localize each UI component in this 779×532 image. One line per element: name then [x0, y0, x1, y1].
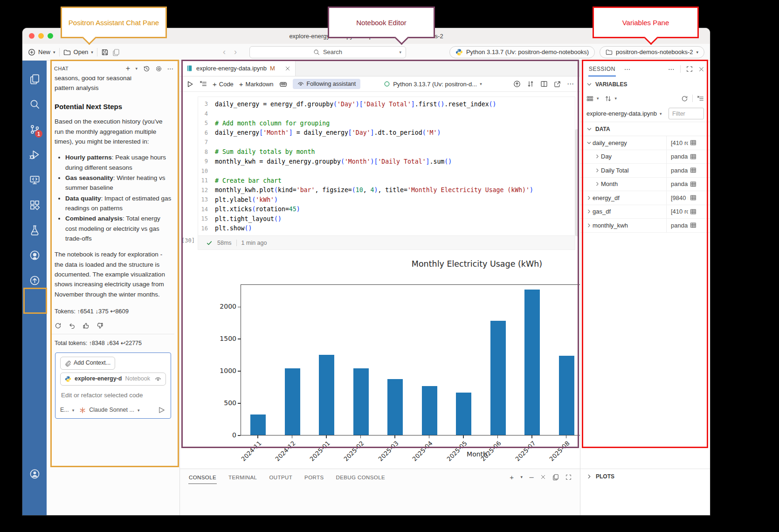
code-line[interactable]: 8# Sum daily totals by month — [198, 147, 575, 157]
split-editor-icon[interactable] — [540, 80, 548, 88]
activity-settings-gear-icon[interactable] — [22, 486, 47, 511]
new-chat-button[interactable]: + — [126, 64, 131, 73]
open-button[interactable]: Open ▾ — [63, 48, 93, 56]
chevron-right-icon[interactable] — [593, 181, 601, 187]
chevron-down-icon[interactable]: ▾ — [135, 66, 138, 71]
open-external-icon[interactable] — [554, 81, 561, 88]
code-line[interactable]: 5# Add month column for grouping — [198, 118, 575, 128]
tab-explore-energy-data[interactable]: explore-energy-data.ipynb M — [180, 61, 296, 76]
open-data-viewer-icon[interactable] — [690, 181, 707, 187]
chevron-right-icon[interactable] — [593, 168, 601, 173]
activity-assistant-icon[interactable] — [22, 293, 47, 318]
code-line[interactable]: 15plt.tight_layout() — [198, 214, 575, 224]
open-data-viewer-icon[interactable] — [690, 167, 707, 173]
code-cell[interactable]: 3daily_energy = energy_df.groupby('Day')… — [198, 97, 575, 236]
chat-settings-gear-icon[interactable] — [155, 65, 162, 72]
clear-variables-icon[interactable] — [697, 95, 704, 102]
zoom-window-button[interactable] — [48, 33, 53, 39]
close-tab-icon[interactable] — [285, 66, 290, 71]
chat-more-icon[interactable]: ⋯ — [167, 65, 174, 72]
panel-tab-debug-console[interactable]: DEBUG CONSOLE — [336, 470, 386, 484]
variable-row-daily_energy[interactable]: daily_energy[410 ro... — [580, 136, 710, 150]
activity-github-icon[interactable] — [22, 242, 47, 268]
maximize-panel-icon[interactable] — [565, 474, 572, 480]
model-selector[interactable]: Claude Sonnet ... — [89, 406, 134, 415]
notebook-scrollbar[interactable] — [575, 129, 579, 236]
code-line[interactable]: 9monthly_kwh = daily_energy.groupby('Mon… — [198, 157, 575, 166]
restore-panel-icon[interactable] — [552, 474, 559, 480]
code-line[interactable]: 6daily_energy['Month'] = daily_energy['D… — [198, 128, 575, 138]
session-more-icon[interactable]: ⋯ — [624, 65, 631, 73]
forward-icon[interactable]: › — [234, 47, 237, 57]
filter-input[interactable] — [669, 108, 704, 119]
assistant-icon[interactable] — [279, 80, 287, 88]
more-actions-icon[interactable]: ⋯ — [567, 80, 574, 88]
panel-tab-output[interactable]: OUTPUT — [269, 470, 293, 484]
chevron-down-icon[interactable]: ▾ — [520, 475, 523, 479]
close-pane-icon[interactable] — [698, 66, 704, 72]
back-icon[interactable]: ‹ — [223, 47, 226, 57]
interpreter-selector[interactable]: Python 3.13.7 (Uv: positron-demo-noteboo… — [449, 46, 595, 58]
run-all-button[interactable] — [186, 80, 194, 88]
code-line[interactable]: 4 — [198, 109, 575, 119]
following-assistant-toggle[interactable]: Following assistant — [293, 79, 361, 89]
send-icon[interactable] — [157, 406, 166, 415]
add-markdown-button[interactable]: + Markdown — [239, 80, 274, 88]
activity-account-icon[interactable] — [22, 461, 47, 486]
save-all-button[interactable] — [112, 48, 120, 56]
code-line[interactable]: 10 — [198, 166, 575, 176]
open-data-viewer-icon[interactable] — [690, 153, 707, 160]
variables-section-header[interactable]: VARIABLES — [580, 77, 710, 91]
notebook-cells[interactable]: [30] 3daily_energy = energy_df.groupby('… — [180, 92, 580, 469]
chevron-right-icon[interactable] — [585, 209, 593, 214]
activity-explorer-icon[interactable] — [22, 66, 47, 91]
panel-tab-terminal[interactable]: TERMINAL — [228, 470, 257, 484]
variable-row-monthly_kwh[interactable]: monthly_kwhpandas... — [580, 219, 710, 233]
code-line[interactable]: 12monthly_kwh.plot(kind='bar', figsize=(… — [198, 186, 575, 195]
code-line[interactable]: 13plt.ylabel('kWh') — [198, 195, 575, 205]
activity-run-debug-icon[interactable] — [22, 142, 47, 167]
regenerate-icon[interactable] — [55, 322, 62, 329]
sort-icon[interactable] — [605, 95, 612, 102]
expand-pane-icon[interactable] — [686, 66, 693, 72]
chevron-right-icon[interactable] — [585, 223, 593, 228]
chevron-right-icon[interactable] — [585, 195, 593, 200]
chat-history-icon[interactable] — [143, 65, 150, 72]
data-group-header[interactable]: DATA — [580, 122, 710, 136]
kernel-selector[interactable]: Python 3.13.7 (Uv: positron-d... ▾ — [384, 81, 482, 88]
search-input[interactable]: Search ▾ — [249, 46, 406, 58]
save-button[interactable] — [101, 48, 109, 56]
plots-section-header[interactable]: PLOTS — [580, 469, 710, 484]
thumbs-down-icon[interactable] — [97, 322, 103, 329]
open-data-viewer-icon[interactable] — [690, 208, 707, 215]
open-data-viewer-icon[interactable] — [690, 222, 707, 228]
publish-icon[interactable] — [513, 80, 521, 88]
mode-selector[interactable]: E... — [60, 406, 69, 415]
activity-remote-explorer-icon[interactable] — [22, 167, 47, 192]
minimize-window-button[interactable] — [38, 33, 44, 39]
activity-extensions-icon[interactable] — [22, 192, 47, 217]
eye-icon[interactable] — [155, 376, 161, 382]
undo-icon[interactable] — [69, 322, 76, 329]
activity-testing-icon[interactable] — [22, 217, 47, 242]
chat-input-box[interactable]: Add Context... explore-energy-d Notebook… — [55, 352, 171, 419]
activity-publish-icon[interactable] — [22, 268, 47, 293]
new-terminal-icon[interactable]: + — [510, 473, 514, 481]
compare-icon[interactable] — [527, 80, 534, 88]
refresh-icon[interactable] — [681, 95, 688, 102]
variable-row-month[interactable]: Monthpandas... — [580, 178, 710, 192]
variable-row-daily-total[interactable]: Daily Totalpandas... — [580, 164, 710, 178]
close-panel-icon[interactable] — [540, 474, 546, 480]
activity-search-icon[interactable] — [22, 91, 47, 117]
close-window-button[interactable] — [29, 33, 34, 39]
variable-row-gas_df[interactable]: gas_df[410 ro... — [580, 205, 710, 219]
code-line[interactable]: 16plt.show() — [198, 224, 575, 234]
panel-tab-console[interactable]: CONSOLE — [188, 470, 217, 484]
restart-icon[interactable]: ─ — [529, 474, 534, 481]
code-line[interactable]: 11# Create bar chart — [198, 176, 575, 186]
add-context-button[interactable]: Add Context... — [60, 357, 115, 370]
session-tab[interactable]: SESSION — [588, 62, 616, 76]
context-file-chip[interactable]: explore-energy-d Notebook — [60, 373, 166, 386]
new-button[interactable]: New ▾ — [28, 48, 55, 56]
panel-tab-ports[interactable]: PORTS — [304, 470, 324, 484]
